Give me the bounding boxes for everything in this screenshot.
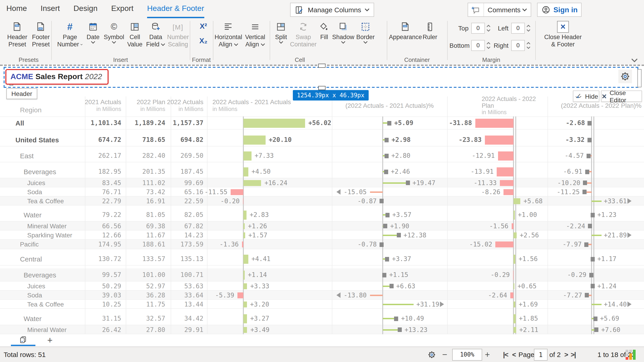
margin-bottom-input[interactable]: 0 xyxy=(471,40,485,51)
variance-bar xyxy=(514,327,516,333)
plan-variance-pct-cell: -7.97 xyxy=(548,240,644,249)
margin-right-input[interactable]: 0 xyxy=(511,40,525,51)
tab-insert[interactable]: Insert xyxy=(41,0,60,18)
add-sheet-button[interactable]: + xyxy=(44,334,56,346)
variance-bar xyxy=(243,232,245,238)
variance-value: +19.47 xyxy=(412,178,436,187)
variance-bar xyxy=(243,118,305,128)
collapse-ribbon-button[interactable] xyxy=(631,58,638,62)
hide-button[interactable]: Hide xyxy=(573,91,599,102)
zoom-in-button[interactable]: + xyxy=(485,347,490,362)
border-button[interactable]: Border xyxy=(355,20,376,59)
horizontal-align-button[interactable]: Horizontal Align xyxy=(215,20,242,59)
table-settings-button[interactable] xyxy=(427,347,436,362)
close-editor-button[interactable]: ✕ Close Editor xyxy=(601,91,642,102)
insert-symbol-button[interactable]: © Symbol xyxy=(104,20,124,59)
table-row[interactable]: Juices83.45111.0299.69+16.24-11.33+19.47… xyxy=(0,178,644,187)
vertical-align-button[interactable]: Vertical Align xyxy=(242,20,268,59)
column-header-variance-pct[interactable]: (2022 Actuals - 2021 Actuals)% xyxy=(332,102,447,109)
scrollbar-handle[interactable] xyxy=(638,69,642,87)
shadow-button[interactable]: Shadow xyxy=(332,20,354,59)
table-row[interactable]: Tea & Coffee10.2511.7513.44+3.20+1.69+31… xyxy=(0,300,644,309)
table-row[interactable]: Soda76.7173.4265.16-11.55-8.26-15.05-11.… xyxy=(0,187,644,197)
resize-handle-top[interactable] xyxy=(318,64,326,68)
table-row[interactable]: Soda39.0336.2833.64-5.39-2.64-13.80-7.27 xyxy=(0,291,644,300)
subscript-button[interactable]: X₂ xyxy=(194,36,214,46)
page-number-input[interactable]: 1 xyxy=(534,347,548,362)
split-cell-button[interactable]: Split xyxy=(272,20,290,59)
manage-columns-button[interactable]: Manage Columns xyxy=(290,3,374,17)
next-page-button[interactable]: > xyxy=(564,347,568,362)
close-header-footer-button[interactable]: ✕ Close Header & Footer xyxy=(539,20,586,59)
pin-marker xyxy=(384,224,388,228)
sign-in-button[interactable]: Sign in xyxy=(537,3,582,17)
tab-design[interactable]: Design xyxy=(74,0,98,18)
cell-2021-actuals: 26.42 xyxy=(85,325,121,334)
group-separator xyxy=(447,21,448,60)
tab-home[interactable]: Home xyxy=(6,0,27,18)
variance-pct-cell: +5.09 xyxy=(332,116,447,130)
table-row[interactable]: Central130.72133.57135.13+4.41+1.56+3.37… xyxy=(0,252,644,266)
header-settings-button[interactable] xyxy=(618,70,632,83)
table-row[interactable]: Beverages182.95201.35187.45+4.50-13.91+2… xyxy=(0,165,644,178)
table-row[interactable]: Sparkling Water12.6611.6714.23+1.57+2.56… xyxy=(0,231,644,240)
variance-value: +6.63 xyxy=(396,281,415,291)
variance-value: -1.36 xyxy=(220,240,238,249)
data-field-button[interactable]: Data Field xyxy=(145,20,166,59)
report-table: Region 2021 Actualsin Millions 2022 Plan… xyxy=(0,95,644,334)
column-header-region[interactable]: Region xyxy=(20,106,42,114)
variance-pct-cell: +6.63 xyxy=(332,281,447,291)
report-title-box[interactable]: ACME Sales Report 2022 xyxy=(6,69,108,85)
table-row[interactable]: East262.17282.40269.50+7.33-12.91+2.80-4… xyxy=(0,149,644,162)
variance-bar xyxy=(475,118,514,128)
tab-header-footer[interactable]: Header & Footer xyxy=(147,0,204,18)
column-header-2022-actuals[interactable]: 2022 Actualsin Millions xyxy=(136,98,204,113)
cell-value-button[interactable]: Cell Value xyxy=(125,20,144,59)
plan-variance-bar-cell: -0.29 xyxy=(447,268,548,281)
variance-bar xyxy=(514,301,516,307)
page-number-button[interactable]: # Page Number xyxy=(57,20,83,59)
variance-value: +1.57 xyxy=(248,231,268,240)
prev-page-button[interactable]: < xyxy=(512,347,516,362)
table-row[interactable]: United States674.72718.65694.82+20.10-23… xyxy=(0,133,644,146)
table-row[interactable]: Beverages99.57101.00100.71+1.14-0.29+1.1… xyxy=(0,268,644,281)
table-row[interactable]: Mineral Water66.5669.3867.82+1.26-1.56+1… xyxy=(0,222,644,231)
active-sheet-tab[interactable] xyxy=(11,334,36,346)
variance-bar xyxy=(514,254,515,264)
add-comment-icon[interactable] xyxy=(468,3,484,16)
superscript-button[interactable]: X² xyxy=(194,21,214,32)
plan-variance-bar-cell: +1.00 xyxy=(447,208,548,222)
variance-bar-cell: +3.27 xyxy=(207,312,332,325)
table-row[interactable]: Water79.2281.0582.05+2.83+1.00+3.57+1.23 xyxy=(0,208,644,222)
table-row[interactable]: Water31.1532.5734.42+3.27+1.85+10.49+5.6… xyxy=(0,312,644,325)
insert-date-button[interactable]: Date xyxy=(84,20,102,59)
comments-button[interactable]: Comments xyxy=(468,3,531,17)
tab-export[interactable]: Export xyxy=(111,0,134,18)
variance-value: -6.91 xyxy=(563,165,582,178)
table-row[interactable]: Tea & Coffee22.7916.9122.59-0.20+5.68-0.… xyxy=(0,197,644,206)
appearance-button[interactable]: Appearance xyxy=(390,20,420,59)
fill-button[interactable]: Fill xyxy=(317,20,332,59)
ruler-button[interactable]: Ruler xyxy=(421,20,438,59)
resize-handle-bottom[interactable] xyxy=(318,86,326,90)
column-header-plan-variance-abs[interactable]: 2022 Actuals - 2022Planin Millions xyxy=(482,95,536,116)
zoom-level-input[interactable]: 100% xyxy=(452,347,482,362)
column-header-variance-abs[interactable]: 2022 Actuals - 2021 Actualsin Millions xyxy=(212,98,291,113)
header-preset-button[interactable]: Header Preset xyxy=(6,20,28,59)
footer-preset-button[interactable]: Footer Preset xyxy=(30,20,52,59)
variance-value: +13.23 xyxy=(404,325,428,334)
chevron-down-icon xyxy=(363,41,368,44)
table-row[interactable]: Juices50.2952.9753.63+3.33+0.65+6.63+1.2… xyxy=(0,281,644,291)
cell-2021-actuals: 83.45 xyxy=(85,178,121,187)
margin-top-input[interactable]: 0 xyxy=(471,23,485,34)
table-row[interactable]: All1,101.341,189.241,157.37+56.02-31.88+… xyxy=(0,116,644,130)
zoom-out-button[interactable]: − xyxy=(442,347,447,362)
table-row[interactable]: Pacific174.95188.61173.59-1.36-15.02-0.7… xyxy=(0,240,644,249)
variance-value: +3.20 xyxy=(250,300,269,309)
margin-left-input[interactable]: 0 xyxy=(511,23,525,34)
first-page-button[interactable]: |< xyxy=(503,347,508,362)
cell-2022-plan: 11.75 xyxy=(129,300,165,309)
cell-2022-plan: 69.38 xyxy=(129,222,165,231)
last-page-button[interactable]: >| xyxy=(571,347,576,362)
table-row[interactable]: Mineral Water26.4227.8029.91+3.49+2.11+1… xyxy=(0,325,644,334)
